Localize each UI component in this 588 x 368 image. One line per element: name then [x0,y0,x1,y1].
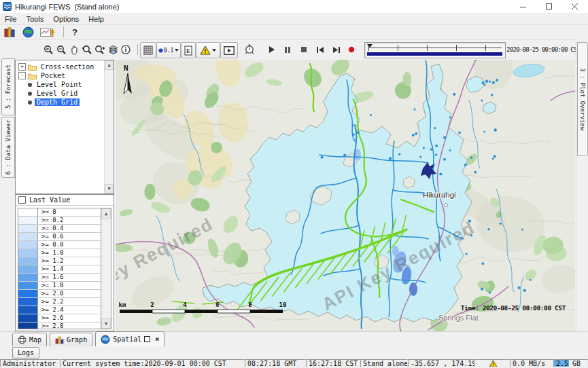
legend-swatch [18,217,38,224]
interval-dropdown[interactable]: 0.1 [156,42,181,58]
logs-button[interactable]: Logs [12,347,39,358]
close-tab-icon[interactable]: × [155,335,159,343]
status-data-rate: 0.0 MB/s [510,359,553,367]
status-warning-cell[interactable] [474,359,510,367]
map-canvas[interactable]: API Key Required API Key Required Hikura… [116,60,575,331]
node-bullet-icon [28,83,32,87]
tree-item-cross-section[interactable]: + Cross-section [16,62,114,71]
zoom-previous-icon[interactable] [81,42,93,57]
menu-file[interactable]: File [0,14,22,24]
legend-swatch [18,233,38,240]
tree-item-pocket[interactable]: - Pocket [16,71,114,80]
legend-row-label: >= 1.6 [38,274,64,281]
time-slider[interactable] [364,42,506,58]
application-window: Hikurangi FEWS (Stand alone) File Tools … [0,0,588,368]
status-mode: Stand alone [360,359,408,367]
left-tab-strip: 5 : Forecast 6 : Data Viewer [0,60,15,331]
interval-dot-icon [158,48,163,53]
warning-icon [489,360,498,367]
layer-tree: + Cross-section - Pocket Level Point Lev… [15,60,114,194]
zoom-in-icon[interactable] [42,42,54,57]
step-forward-icon[interactable] [330,42,343,57]
tab-graph[interactable]: Graph [50,333,92,347]
tab-map-label: Map [29,336,41,344]
time-slider-range [367,52,502,56]
last-value-checkbox[interactable] [18,196,26,204]
menu-tools[interactable]: Tools [22,14,49,24]
layers-icon[interactable] [107,42,119,57]
sidebar-tab-forecast[interactable]: 5 : Forecast [1,58,15,115]
time-slider-ticks [368,45,502,51]
legend-row: >= 1.2 [18,257,101,265]
svg-text:4: 4 [183,301,187,308]
globe-icon[interactable] [22,26,34,38]
animation-panel-icon[interactable] [220,42,238,58]
sidebar-tab-data-viewer[interactable]: 6 : Data Viewer [1,117,15,178]
interval-value: 0.1 [164,48,173,54]
pause-icon[interactable] [281,42,294,57]
legend-row: >= 2.2 [18,298,101,306]
legend-rows: >= 0>= 0.2>= 0.4>= 0.6>= 0.8>= 1.0>= 1.2… [18,208,101,329]
tree-item-depth-grid[interactable]: Depth Grid [16,98,114,107]
sidebar-tab-forecast-label: 5 : Forecast [5,65,12,109]
grid-icon[interactable] [140,42,156,58]
explorer-icon[interactable] [4,26,16,37]
legend-swatch [18,314,38,322]
close-button[interactable] [562,0,588,13]
tree-item-label-selected: Depth Grid [35,98,80,106]
info-icon[interactable] [120,42,132,57]
legend-swatch [18,306,38,314]
collapse-icon[interactable]: - [18,72,26,79]
scroll-down-icon[interactable]: ▼ [105,184,114,194]
record-icon[interactable] [345,42,358,57]
tree-item-level-grid[interactable]: Level Grid [16,89,114,98]
legend-row: >= 1.0 [18,249,101,257]
legend-row-label: >= 2.2 [38,298,64,306]
sidebar-tab-plot-overview[interactable]: 3 : Plot Overview [577,42,588,156]
main-toolbar: ? [0,24,588,40]
tree-item-level-point[interactable]: Level Point [16,80,114,89]
legend-row: >= 2.4 [18,306,101,314]
legend-row: >= 1.6 [18,274,101,282]
expand-icon[interactable]: + [18,63,26,71]
spatial-globe-icon [101,335,110,344]
maximize-tab-icon[interactable] [144,336,150,342]
lake [513,62,545,79]
legend-swatch [18,282,38,289]
time-slider-thumb[interactable] [367,44,373,48]
legend-swatch [18,323,38,329]
graph-icon [55,335,64,344]
node-bullet-icon [28,92,32,96]
tree-scrollbar[interactable]: ▲ ▼ [104,60,114,194]
maximize-button[interactable] [536,0,562,13]
timer-icon[interactable] [242,42,257,57]
map-view[interactable]: API Key Required API Key Required Hikura… [116,60,575,331]
pan-icon[interactable] [68,42,80,57]
zoom-next-icon[interactable] [94,42,106,57]
stop-icon[interactable] [298,42,310,57]
warning-dropdown[interactable] [196,42,220,58]
title-bar[interactable]: Hikurangi FEWS (Stand alone) [0,0,588,14]
scroll-up-icon[interactable]: ▲ [101,208,111,219]
help-icon[interactable]: ? [72,27,77,37]
scroll-down-icon[interactable]: ▼ [101,318,111,329]
last-value-label: Last Value [29,196,70,204]
menu-help[interactable]: Help [84,14,109,24]
status-gmt-time: 08:27:18 GMT [245,359,306,367]
step-back-icon[interactable] [314,42,326,57]
tab-spatial[interactable]: Spatial × [95,331,165,347]
scroll-up-icon[interactable]: ▲ [105,60,114,70]
contour-icon[interactable]: E [181,42,196,58]
status-bar: Administrator Current system time:2020-0… [0,358,588,368]
locality-label: Springs Flat [438,314,479,322]
timeseries-import-icon[interactable] [40,26,55,38]
tab-map[interactable]: Map [12,333,47,347]
legend-row: >= 0.2 [18,217,101,225]
town-circle-icon [445,204,448,207]
menu-options[interactable]: Options [48,14,84,24]
minimize-button[interactable] [511,0,536,13]
play-icon[interactable] [265,42,277,57]
legend-row: >= 0.4 [18,225,101,233]
legend-scrollbar[interactable]: ▲ ▼ [101,208,111,329]
zoom-out-icon[interactable] [55,42,67,57]
